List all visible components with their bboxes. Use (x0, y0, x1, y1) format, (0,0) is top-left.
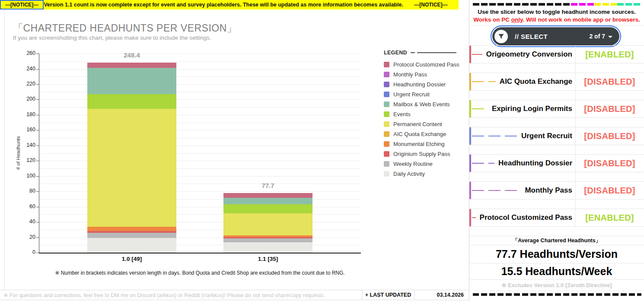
legend-swatch (384, 161, 389, 167)
bar-segment (223, 193, 312, 198)
y-tick-label: 120 (16, 157, 35, 163)
leader-line (472, 81, 496, 82)
last-updated-date: 03.14.2026 (414, 290, 465, 300)
legend-swatch (384, 171, 389, 177)
income-source-label: Expiring Login Permits (488, 105, 575, 113)
income-source-status: [ENABLED] (575, 213, 644, 223)
income-source-label: Headhunting Dossier (494, 159, 575, 168)
bar-segment (223, 204, 312, 213)
bar-total-label: 77.7 (223, 182, 312, 189)
leader-line (472, 217, 476, 218)
legend-swatch (384, 151, 389, 157)
dash-strip-segment (617, 3, 641, 6)
y-tick-label: 0 (16, 249, 35, 255)
legend-label: Monumental Etching (393, 141, 445, 147)
legend-item: Mailbox & Web Events (384, 99, 456, 109)
income-source-status: [ENABLED] (575, 50, 644, 60)
income-source-row: Expiring Login Permits[DISABLED] (469, 100, 644, 118)
legend-swatch (384, 121, 389, 127)
x-category-label: 1.1 [35] (223, 256, 312, 262)
x-axis-line (39, 253, 361, 253)
chevron-down-icon[interactable] (608, 36, 612, 38)
income-source-status: [DISABLED] (575, 104, 644, 114)
bar-segment (87, 109, 176, 227)
income-source-status: [DISABLED] (575, 186, 644, 196)
legend-swatch (384, 62, 389, 67)
leader-line (472, 190, 521, 191)
income-source-label: Protocol Customized Pass (476, 213, 575, 222)
income-source-row: Monthly Pass[DISABLED] (469, 181, 644, 200)
income-source-status: [DISABLED] (575, 158, 644, 168)
y-tick-label: 160 (16, 127, 35, 133)
legend-swatch (384, 82, 389, 87)
dash-strip-segment (594, 3, 617, 6)
slicer-button[interactable]: // SELECT 2 of 7 (492, 27, 619, 45)
legend-item: Daily Activity (384, 169, 456, 179)
y-tick-label: 80 (16, 188, 35, 194)
status-column-separator (575, 45, 576, 227)
y-axis-line (39, 54, 39, 253)
bar-segment (223, 237, 312, 238)
footer-contact-note: ※ For questions and corrections, feel fr… (0, 290, 362, 300)
decorative-dash-strip (473, 3, 641, 6)
y-tick-label: 260 (16, 50, 35, 56)
dash-strip-segment (473, 3, 571, 6)
accent-bar (469, 127, 471, 145)
dash-strip-segment (571, 3, 594, 6)
legend-label: Events (393, 111, 411, 117)
gridline (39, 61, 361, 62)
legend-item: Permanent Content (384, 119, 456, 129)
bar-segment (87, 63, 176, 68)
income-source-label: AIC Quota Exchange (496, 77, 575, 86)
legend-label: Monthly Pass (393, 71, 427, 78)
legend-title-row: LEGEND (384, 49, 456, 56)
legend-swatch (384, 141, 389, 147)
x-category-label: 1.0 [49] (87, 256, 176, 262)
legend-item: Monumental Etching (384, 139, 456, 149)
warning-suffix: . Will not work on mobile app or browser… (523, 16, 640, 23)
income-source-row: AIC Quota Exchange[DISABLED] (469, 73, 644, 91)
y-tick-label: 100 (16, 173, 35, 179)
leader-line (472, 163, 494, 164)
avg-headhunts-per-week: 15.5 Headhunts/Week (469, 263, 644, 280)
accent-bar (469, 209, 471, 226)
legend-item: Monthly Pass (384, 70, 456, 79)
warning-prefix: Works on PC (473, 16, 511, 23)
y-axis-title: # of Headhunts (16, 131, 21, 174)
income-source-status: [DISABLED] (575, 131, 644, 141)
legend-label: Urgent Recruit (393, 91, 430, 98)
chart-legend: LEGEND Protocol Customized PassMonthly P… (384, 49, 456, 179)
last-updated-label: + LAST UPDATED (362, 290, 414, 300)
legend-item: AIC Quota Exchange (384, 129, 456, 139)
legend-swatch (384, 92, 389, 97)
slicer-instruction: Use the slicer below to toggle headhunt … (469, 9, 644, 15)
legend-label: Mailbox & Web Events (393, 101, 450, 108)
legend-label: Weekly Routine (393, 161, 433, 167)
accent-bar (469, 155, 471, 172)
legend-label: Permanent Content (393, 121, 442, 127)
decorative-dash-bottom (473, 293, 641, 296)
accent-bar (469, 46, 471, 63)
legend-label: Originium Supply Pass (393, 151, 450, 157)
y-tick-label: 140 (16, 142, 35, 148)
legend-swatch (384, 131, 389, 137)
bar-segment (223, 242, 312, 253)
bar-segment (223, 235, 312, 238)
y-tick-label: 60 (16, 203, 35, 209)
bar-segment (223, 198, 312, 204)
legend-label: Headhunting Dossier (393, 81, 446, 88)
legend-rule-line (417, 52, 456, 53)
legend-swatch (384, 72, 389, 77)
income-source-row: Urgent Recruit[DISABLED] (469, 127, 644, 145)
income-source-label: Monthly Pass (521, 186, 575, 195)
slicer-count: 2 of 7 (589, 33, 605, 40)
bar-segment (223, 238, 312, 242)
y-tick-label: 240 (16, 66, 35, 72)
legend-item: Urgent Recruit (384, 89, 456, 99)
income-source-status: [DISABLED] (575, 77, 644, 87)
legend-label: AIC Quota Exchange (393, 131, 446, 137)
legend-label: Daily Activity (393, 171, 425, 177)
income-source-label: Origeometry Conversion (482, 50, 575, 59)
y-tick-label: 220 (16, 81, 35, 87)
income-source-label: Urgent Recruit (517, 132, 575, 140)
